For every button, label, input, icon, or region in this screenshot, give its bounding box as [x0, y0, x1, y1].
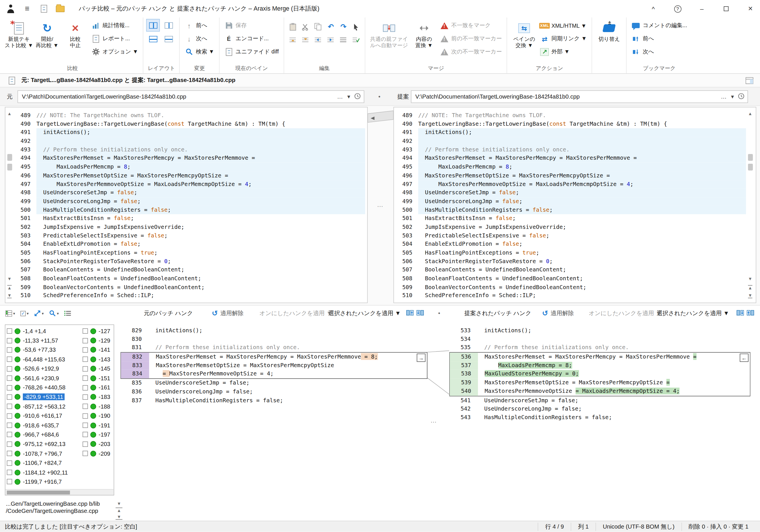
proposed-path-box[interactable]: V:\Patch\Documentation\TargetLoweringBas…: [411, 90, 748, 103]
scroll-down-icon[interactable]: ▼: [748, 276, 752, 281]
hunk-list-item[interactable]: -53,6 +77,33: [7, 345, 82, 355]
proposed-code-lines[interactable]: 489/// NOTE: The TargetMachine owns TLOF…: [397, 111, 746, 303]
hunk-range-label[interactable]: -918,6 +635,7: [23, 422, 59, 429]
chevron-down-icon[interactable]: ▾: [728, 93, 737, 100]
hunk-list-item[interactable]: -190: [82, 411, 114, 420]
hunk-list-item[interactable]: -1078,7 +796,7: [7, 449, 82, 458]
skip-to-last-icon[interactable]: ▼: [748, 293, 752, 298]
scrollbar-thumb[interactable]: [7, 491, 70, 495]
hunk-checkbox[interactable]: [82, 404, 88, 409]
hunk-list-button[interactable]: [63, 310, 73, 317]
layout-two-pane-alt-button[interactable]: [162, 19, 176, 31]
maximize-button[interactable]: [717, 1, 736, 16]
hunk-range-label[interactable]: -129: [99, 337, 110, 344]
hunk-range-label[interactable]: -53,6 +77,33: [23, 347, 56, 354]
history-icon[interactable]: [737, 93, 746, 101]
collapse-ribbon-button[interactable]: ^: [644, 1, 663, 16]
hunk-list-item[interactable]: -197: [82, 430, 114, 439]
history-icon[interactable]: [353, 93, 362, 101]
hunk-range-label[interactable]: -191: [99, 422, 110, 429]
hunk-list-item[interactable]: -151: [82, 373, 114, 383]
hunk-list-item[interactable]: -143: [82, 355, 114, 364]
hunk-list-item[interactable]: -191: [82, 420, 114, 430]
hunk-list-item[interactable]: -1199,7 +916,7: [7, 477, 82, 487]
hunk-list-item[interactable]: -918,6 +635,7: [7, 420, 82, 430]
hunk-range-label[interactable]: -829,9 +533,11: [23, 394, 65, 401]
hunk-range-label[interactable]: -1078,7 +796,7: [23, 450, 62, 457]
hunk-list-item[interactable]: -203: [82, 439, 114, 449]
next-mismatch-marker-button[interactable]: 次の不一致マーカー: [438, 45, 504, 58]
minimize-button[interactable]: –: [692, 1, 712, 16]
next-bookmark-button[interactable]: 次へ: [630, 45, 689, 58]
options-button[interactable]: オプション ▼: [89, 45, 140, 58]
hunk-checkbox[interactable]: [7, 432, 12, 437]
line-select-icon[interactable]: [337, 34, 349, 46]
mark-mismatch-button[interactable]: 不一致をマーク: [438, 19, 504, 32]
search-button[interactable]: 検索 ▼: [183, 45, 216, 58]
hunk-checkbox[interactable]: [7, 329, 12, 334]
save-button[interactable]: 保存: [222, 19, 281, 32]
sync-link-button[interactable]: ⇄ 同期リンク ▼: [538, 32, 589, 45]
hunk-link-button[interactable]: ▾: [32, 309, 45, 318]
hunk-range-label[interactable]: -1,4 +1,4: [23, 328, 46, 335]
hunk-checkbox[interactable]: [7, 366, 12, 371]
unified-diff-button[interactable]: ユニファイド diff: [222, 45, 281, 58]
scroll-up-icon[interactable]: ▲: [7, 111, 12, 116]
pointer-icon[interactable]: [350, 21, 362, 32]
hunk-range-label[interactable]: -975,12 +692,13: [23, 441, 66, 448]
hunk-range-label[interactable]: -209: [99, 450, 110, 457]
hunk-list-item[interactable]: -141: [82, 345, 114, 355]
hunk-grid-button[interactable]: ▾: [4, 309, 17, 317]
hunk-range-label[interactable]: -561,6 +230,9: [23, 375, 59, 382]
apply-all-hunks-icon[interactable]: [416, 309, 424, 317]
skip-to-first-icon[interactable]: ▲: [748, 285, 752, 291]
hunk-checkbox[interactable]: [7, 375, 12, 381]
toggle-button[interactable]: ± 切り替え: [595, 19, 623, 42]
hunk-checkbox[interactable]: [7, 385, 12, 390]
browse-icon[interactable]: …: [336, 93, 345, 100]
patch-pane-scroll-icons[interactable]: ▼ ▲ ▼: [116, 501, 122, 520]
hunk-checkbox[interactable]: [82, 385, 88, 390]
apply-selected-original-button[interactable]: 選択されたハンクを適用 ▼: [328, 306, 401, 321]
edit-comment-button[interactable]: コメントの編集...: [630, 19, 689, 32]
hunk-search-button[interactable]: ▾: [48, 309, 60, 318]
hunk-checkbox[interactable]: [7, 394, 12, 400]
chevron-down-icon[interactable]: ▾: [344, 93, 353, 100]
hunk-list-item[interactable]: -910,6 +616,17: [7, 411, 82, 420]
hunk-checkbox[interactable]: [82, 422, 88, 428]
hunk-list-panel[interactable]: -1,4 +1,4-11,33 +11,57-53,6 +77,33-64,44…: [5, 324, 114, 496]
apply-checked-original-button[interactable]: オンにしたハンクを適用 ▼: [260, 306, 332, 321]
hunk-range-label[interactable]: -161: [99, 384, 110, 391]
hunk-list-item[interactable]: -1,4 +1,4: [7, 326, 82, 336]
hunk-list-item[interactable]: -768,26 +440,58: [7, 383, 82, 392]
hunk-range-label[interactable]: -151: [99, 375, 110, 382]
close-button[interactable]: ×: [741, 1, 760, 16]
unapply-proposed-button[interactable]: ↺ 適用解除: [542, 306, 574, 321]
skip-to-last-icon[interactable]: ▼: [7, 293, 12, 298]
hunk-range-label[interactable]: -526,6 +192,9: [23, 365, 59, 372]
hunk-range-label[interactable]: -11,33 +11,57: [23, 337, 58, 344]
hunk-range-label[interactable]: -768,26 +440,58: [23, 384, 66, 391]
new-document-icon[interactable]: [38, 3, 50, 15]
new-text-compare-button[interactable]: * 新規テキスト比較 ▼: [5, 19, 33, 49]
previous-bookmark-button[interactable]: 前へ: [630, 32, 689, 45]
line-move-right-icon[interactable]: [325, 34, 337, 46]
undo-icon[interactable]: ↶: [325, 21, 337, 32]
apply-hunk-left-button[interactable]: ←: [740, 354, 748, 362]
line-insert-up-icon[interactable]: [287, 34, 299, 46]
hunk-list-item[interactable]: -1106,7 +824,7: [7, 458, 82, 468]
hunk-checkbox[interactable]: [7, 413, 12, 418]
hunk-list-item[interactable]: -183: [82, 392, 114, 402]
hunk-range-label[interactable]: -188: [99, 403, 110, 410]
hunk-range-label[interactable]: -1106,7 +824,7: [23, 459, 62, 466]
replace-content-button[interactable]: 内容の置換 ▼: [410, 19, 438, 49]
hunk-list-item[interactable]: -145: [82, 364, 114, 373]
hunk-checkbox[interactable]: [7, 404, 12, 409]
hunk-checkbox[interactable]: [7, 357, 12, 362]
hunk-list-item[interactable]: -188: [82, 402, 114, 411]
xml-html-button[interactable]: XML XML/HTML ▼: [538, 19, 589, 32]
hunk-range-label[interactable]: -64,448 +115,63: [23, 356, 65, 363]
scroll-down-icon[interactable]: ▼: [116, 501, 122, 506]
hunk-list-item[interactable]: -129: [82, 336, 114, 345]
hunk-range-label[interactable]: -910,6 +616,17: [23, 412, 62, 419]
